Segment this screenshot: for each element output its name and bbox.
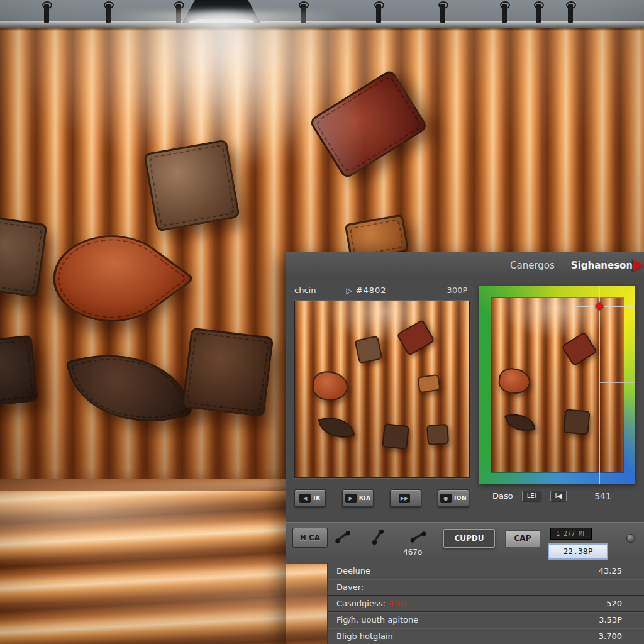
setting-row[interactable]: Casodgiess:40D 520 <box>328 596 644 612</box>
setting-row[interactable]: Fig/h. uouth apitone 3.53P <box>328 612 644 628</box>
i-back-button[interactable]: I◀ <box>550 491 567 501</box>
leather-patch <box>354 335 382 364</box>
frame-count-display: 1 277 MF <box>550 528 592 540</box>
rewind-button[interactable]: ◀ IR <box>294 489 326 507</box>
curtain-clip-icon <box>301 4 306 23</box>
shot-counter: 467o <box>403 548 422 557</box>
studio-lamp <box>182 0 260 23</box>
file-number: #4802 <box>356 286 387 295</box>
screenshot-root: Canergos Sighaneson chcin ▷ #4802 300P <box>0 0 644 644</box>
cupdu-button[interactable]: CUPDU <box>443 529 495 548</box>
rewind-icon: ◀ <box>299 494 311 503</box>
curtain-clip-icon <box>376 4 381 23</box>
fast-forward-button[interactable]: ▶▶ <box>390 489 421 507</box>
red-play-triangle-icon[interactable] <box>633 259 644 272</box>
leather-patch <box>417 374 440 393</box>
crosshair-horizontal-line <box>574 306 635 307</box>
camera-live-preview[interactable] <box>294 301 470 478</box>
frame-counter: 541 <box>594 491 611 501</box>
hca-button[interactable]: H CA <box>292 528 328 548</box>
lei-button[interactable]: LEI <box>522 491 541 501</box>
leather-patch <box>563 409 590 435</box>
curtain-rod <box>0 21 644 28</box>
header-label: chcin <box>294 286 316 295</box>
setting-value: 520 <box>606 599 622 608</box>
record-button[interactable]: ● ION <box>438 489 469 507</box>
fast-forward-icon: ▶▶ <box>399 494 410 503</box>
curtain-clip-icon <box>176 4 181 23</box>
setting-row[interactable]: Deelune 43.25 <box>328 563 644 579</box>
daso-label: Daso <box>492 491 513 501</box>
curtain-clip-icon <box>106 4 111 23</box>
leather-patch <box>382 423 409 450</box>
setting-label: Deelune <box>336 566 370 575</box>
curtain-clip-icon <box>568 4 573 23</box>
leather-patch <box>182 327 274 417</box>
preview-section: chcin ▷ #4802 300P <box>286 279 644 523</box>
setting-label: Bligb hotglain <box>336 631 393 641</box>
record-icon: ● <box>440 494 452 503</box>
panel-titlebar: Canergos Sighaneson <box>286 252 644 280</box>
leather-patch <box>0 335 38 408</box>
knob-icon[interactable] <box>626 534 635 543</box>
header-value: 300P <box>447 286 468 295</box>
setting-value: 3.53P <box>599 615 622 625</box>
setting-row[interactable]: Daver: <box>328 579 644 596</box>
leather-patch <box>143 139 240 231</box>
camera-toolbar: H CA 467o CUPDU CAP 1 277 MF 22.38P <box>286 522 644 564</box>
setting-accent: 40D <box>389 599 407 608</box>
setting-label: Casodgiess: <box>336 599 386 608</box>
lcd-readout: 22.38P <box>548 543 608 560</box>
clamp-icon[interactable] <box>409 527 428 547</box>
preview-controls-row: ◀ IR ▶ RIA ▶▶ ● ION <box>286 487 644 509</box>
clamp-icon[interactable] <box>334 528 351 546</box>
camera-control-panel: Canergos Sighaneson chcin ▷ #4802 300P <box>286 252 644 644</box>
leather-patch <box>426 424 449 445</box>
calibration-preview-image <box>491 297 624 473</box>
crosshair-horizontal-line <box>599 382 635 383</box>
setting-label: Daver: <box>336 582 364 592</box>
curtain-clip-icon <box>440 4 445 23</box>
setting-value: 3.700 <box>599 631 622 641</box>
caret-right-icon: ▷ <box>346 286 352 295</box>
settings-panel: Deelune 43.25 Daver: Casodgiess:40D 520 … <box>327 563 644 644</box>
menu-sighaneson[interactable]: Sighaneson <box>571 260 633 271</box>
clamp-icon[interactable] <box>369 528 387 547</box>
cap-button[interactable]: CAP <box>505 530 540 547</box>
curtain-clip-icon <box>502 4 507 23</box>
setting-value: 43.25 <box>599 566 622 575</box>
curtain-clip-icon <box>44 4 49 23</box>
menu-canergos[interactable]: Canergos <box>510 260 555 271</box>
curtain-clip-icon <box>536 4 541 23</box>
setting-row[interactable]: Bligb hotglain 3.700 <box>328 628 644 644</box>
play-button[interactable]: ▶ RIA <box>342 489 374 507</box>
setting-label: Fig/h. uouth apitone <box>336 615 418 625</box>
transport-controls: ◀ IR ▶ RIA ▶▶ ● ION <box>294 489 469 507</box>
play-icon: ▶ <box>345 494 357 503</box>
crosshair-vertical-line <box>599 286 600 484</box>
right-preview-controls: Daso LEI I◀ 541 <box>492 491 611 501</box>
calibration-preview-frame[interactable] <box>479 286 635 484</box>
